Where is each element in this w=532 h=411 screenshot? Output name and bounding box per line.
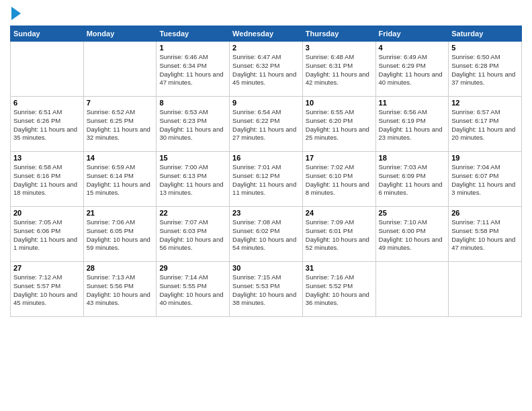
calendar-cell: 10Sunrise: 6:55 AM Sunset: 6:20 PM Dayli… bbox=[302, 97, 375, 152]
calendar-cell: 28Sunrise: 7:13 AM Sunset: 5:56 PM Dayli… bbox=[83, 262, 157, 317]
day-number: 22 bbox=[159, 209, 226, 217]
calendar-cell: 13Sunrise: 6:58 AM Sunset: 6:16 PM Dayli… bbox=[11, 152, 84, 207]
page: SundayMondayTuesdayWednesdayThursdayFrid… bbox=[0, 0, 532, 411]
calendar-cell: 2Sunrise: 6:47 AM Sunset: 6:32 PM Daylig… bbox=[230, 42, 303, 97]
calendar-week-row: 1Sunrise: 6:46 AM Sunset: 6:34 PM Daylig… bbox=[11, 42, 522, 97]
calendar-cell: 22Sunrise: 7:07 AM Sunset: 6:03 PM Dayli… bbox=[157, 207, 230, 262]
day-info: Sunrise: 7:05 AM Sunset: 6:06 PM Dayligh… bbox=[13, 218, 81, 253]
day-number: 18 bbox=[379, 154, 446, 162]
calendar-week-row: 6Sunrise: 6:51 AM Sunset: 6:26 PM Daylig… bbox=[11, 97, 522, 152]
day-info: Sunrise: 7:16 AM Sunset: 5:52 PM Dayligh… bbox=[306, 273, 373, 308]
weekday-header-tuesday: Tuesday bbox=[157, 26, 230, 42]
day-number: 31 bbox=[306, 264, 373, 272]
calendar-cell: 21Sunrise: 7:06 AM Sunset: 6:05 PM Dayli… bbox=[83, 207, 157, 262]
calendar-cell bbox=[11, 42, 84, 97]
day-number: 6 bbox=[13, 99, 81, 107]
day-number: 1 bbox=[159, 44, 226, 52]
day-number: 19 bbox=[451, 154, 519, 162]
day-info: Sunrise: 6:50 AM Sunset: 6:28 PM Dayligh… bbox=[451, 53, 519, 87]
weekday-header-thursday: Thursday bbox=[302, 26, 375, 42]
day-info: Sunrise: 6:53 AM Sunset: 6:23 PM Dayligh… bbox=[159, 108, 226, 142]
calendar-cell: 8Sunrise: 6:53 AM Sunset: 6:23 PM Daylig… bbox=[157, 97, 230, 152]
day-info: Sunrise: 6:48 AM Sunset: 6:31 PM Dayligh… bbox=[306, 53, 373, 87]
calendar-cell: 24Sunrise: 7:09 AM Sunset: 6:01 PM Dayli… bbox=[302, 207, 375, 262]
day-number: 5 bbox=[451, 44, 519, 52]
day-info: Sunrise: 6:55 AM Sunset: 6:20 PM Dayligh… bbox=[306, 108, 373, 142]
day-info: Sunrise: 6:46 AM Sunset: 6:34 PM Dayligh… bbox=[159, 53, 226, 87]
day-number: 3 bbox=[306, 44, 373, 52]
day-info: Sunrise: 7:06 AM Sunset: 6:05 PM Dayligh… bbox=[87, 218, 154, 253]
day-info: Sunrise: 7:00 AM Sunset: 6:13 PM Dayligh… bbox=[159, 163, 226, 197]
day-number: 27 bbox=[13, 264, 81, 272]
day-info: Sunrise: 6:58 AM Sunset: 6:16 PM Dayligh… bbox=[13, 163, 81, 197]
day-info: Sunrise: 7:13 AM Sunset: 5:56 PM Dayligh… bbox=[87, 273, 154, 308]
day-info: Sunrise: 6:51 AM Sunset: 6:26 PM Dayligh… bbox=[13, 108, 81, 142]
day-info: Sunrise: 6:59 AM Sunset: 6:14 PM Dayligh… bbox=[87, 163, 154, 197]
calendar-week-row: 20Sunrise: 7:05 AM Sunset: 6:06 PM Dayli… bbox=[11, 207, 522, 262]
calendar-week-row: 27Sunrise: 7:12 AM Sunset: 5:57 PM Dayli… bbox=[11, 262, 522, 317]
calendar-cell: 6Sunrise: 6:51 AM Sunset: 6:26 PM Daylig… bbox=[11, 97, 84, 152]
day-number: 15 bbox=[159, 154, 226, 162]
day-info: Sunrise: 7:11 AM Sunset: 5:58 PM Dayligh… bbox=[451, 218, 519, 253]
calendar-cell: 1Sunrise: 6:46 AM Sunset: 6:34 PM Daylig… bbox=[157, 42, 230, 97]
day-number: 26 bbox=[451, 209, 519, 217]
calendar-cell: 23Sunrise: 7:08 AM Sunset: 6:02 PM Dayli… bbox=[230, 207, 303, 262]
day-info: Sunrise: 7:12 AM Sunset: 5:57 PM Dayligh… bbox=[13, 273, 81, 308]
day-info: Sunrise: 7:10 AM Sunset: 6:00 PM Dayligh… bbox=[379, 218, 446, 253]
day-info: Sunrise: 7:04 AM Sunset: 6:07 PM Dayligh… bbox=[451, 163, 519, 197]
day-info: Sunrise: 7:09 AM Sunset: 6:01 PM Dayligh… bbox=[306, 218, 373, 253]
calendar-cell: 25Sunrise: 7:10 AM Sunset: 6:00 PM Dayli… bbox=[375, 207, 449, 262]
calendar-cell: 17Sunrise: 7:02 AM Sunset: 6:10 PM Dayli… bbox=[302, 152, 375, 207]
day-info: Sunrise: 6:54 AM Sunset: 6:22 PM Dayligh… bbox=[232, 108, 300, 142]
calendar-cell: 14Sunrise: 6:59 AM Sunset: 6:14 PM Dayli… bbox=[83, 152, 157, 207]
calendar-table: SundayMondayTuesdayWednesdayThursdayFrid… bbox=[10, 26, 522, 317]
day-info: Sunrise: 7:15 AM Sunset: 5:53 PM Dayligh… bbox=[232, 273, 300, 308]
calendar-week-row: 13Sunrise: 6:58 AM Sunset: 6:16 PM Dayli… bbox=[11, 152, 522, 207]
day-number: 16 bbox=[232, 154, 300, 162]
day-info: Sunrise: 7:01 AM Sunset: 6:12 PM Dayligh… bbox=[232, 163, 300, 197]
calendar-cell: 7Sunrise: 6:52 AM Sunset: 6:25 PM Daylig… bbox=[83, 97, 157, 152]
day-info: Sunrise: 6:56 AM Sunset: 6:19 PM Dayligh… bbox=[379, 108, 446, 142]
calendar-cell: 9Sunrise: 6:54 AM Sunset: 6:22 PM Daylig… bbox=[230, 97, 303, 152]
calendar-cell: 30Sunrise: 7:15 AM Sunset: 5:53 PM Dayli… bbox=[230, 262, 303, 317]
calendar-cell bbox=[449, 262, 522, 317]
weekday-header-friday: Friday bbox=[375, 26, 449, 42]
calendar-cell: 12Sunrise: 6:57 AM Sunset: 6:17 PM Dayli… bbox=[449, 97, 522, 152]
calendar-cell: 11Sunrise: 6:56 AM Sunset: 6:19 PM Dayli… bbox=[375, 97, 449, 152]
calendar-cell: 15Sunrise: 7:00 AM Sunset: 6:13 PM Dayli… bbox=[157, 152, 230, 207]
day-number: 13 bbox=[13, 154, 81, 162]
day-number: 25 bbox=[379, 209, 446, 217]
day-number: 23 bbox=[232, 209, 300, 217]
weekday-header-sunday: Sunday bbox=[11, 26, 84, 42]
day-number: 9 bbox=[232, 99, 300, 107]
calendar-cell: 20Sunrise: 7:05 AM Sunset: 6:06 PM Dayli… bbox=[11, 207, 84, 262]
logo-arrow-icon bbox=[11, 7, 21, 20]
day-number: 10 bbox=[306, 99, 373, 107]
weekday-header-saturday: Saturday bbox=[449, 26, 522, 42]
calendar-cell: 27Sunrise: 7:12 AM Sunset: 5:57 PM Dayli… bbox=[11, 262, 84, 317]
calendar-cell: 3Sunrise: 6:48 AM Sunset: 6:31 PM Daylig… bbox=[302, 42, 375, 97]
day-number: 17 bbox=[306, 154, 373, 162]
calendar-cell: 18Sunrise: 7:03 AM Sunset: 6:09 PM Dayli… bbox=[375, 152, 449, 207]
header bbox=[10, 7, 522, 20]
day-info: Sunrise: 7:08 AM Sunset: 6:02 PM Dayligh… bbox=[232, 218, 300, 253]
day-info: Sunrise: 6:47 AM Sunset: 6:32 PM Dayligh… bbox=[232, 53, 300, 87]
calendar-cell: 26Sunrise: 7:11 AM Sunset: 5:58 PM Dayli… bbox=[449, 207, 522, 262]
logo bbox=[10, 7, 21, 20]
day-info: Sunrise: 6:57 AM Sunset: 6:17 PM Dayligh… bbox=[451, 108, 519, 142]
weekday-header-monday: Monday bbox=[83, 26, 157, 42]
calendar-cell: 5Sunrise: 6:50 AM Sunset: 6:28 PM Daylig… bbox=[449, 42, 522, 97]
day-number: 7 bbox=[87, 99, 154, 107]
day-number: 29 bbox=[159, 264, 226, 272]
day-number: 30 bbox=[232, 264, 300, 272]
day-number: 2 bbox=[232, 44, 300, 52]
day-number: 14 bbox=[87, 154, 154, 162]
calendar-cell: 16Sunrise: 7:01 AM Sunset: 6:12 PM Dayli… bbox=[230, 152, 303, 207]
day-number: 21 bbox=[87, 209, 154, 217]
calendar-cell: 4Sunrise: 6:49 AM Sunset: 6:29 PM Daylig… bbox=[375, 42, 449, 97]
calendar-cell bbox=[83, 42, 157, 97]
day-number: 24 bbox=[306, 209, 373, 217]
day-number: 8 bbox=[159, 99, 226, 107]
day-info: Sunrise: 7:02 AM Sunset: 6:10 PM Dayligh… bbox=[306, 163, 373, 197]
day-info: Sunrise: 7:03 AM Sunset: 6:09 PM Dayligh… bbox=[379, 163, 446, 197]
